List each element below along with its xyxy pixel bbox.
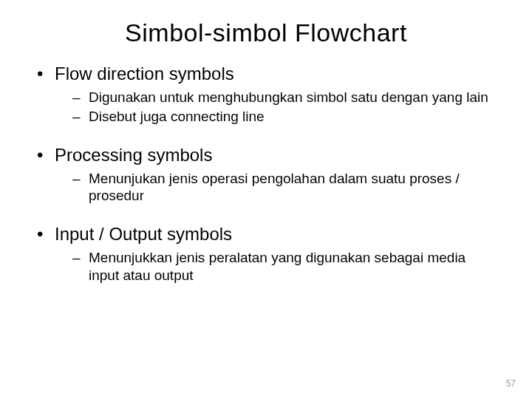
bullet-processing: Processing symbols <box>37 145 495 166</box>
spacer <box>37 127 495 145</box>
slide-title: Simbol-simbol Flowchart <box>37 18 495 47</box>
bullet-input-output: Input / Output symbols <box>37 224 495 245</box>
sub-bullet: Menunjukan jenis operasi pengolahan dala… <box>37 170 495 205</box>
sub-bullet: Digunakan untuk menghubungkan simbol sat… <box>37 89 495 106</box>
spacer <box>37 206 495 224</box>
bullet-flow-direction: Flow direction symbols <box>37 64 495 84</box>
slide-content: Flow direction symbols Digunakan untuk m… <box>37 64 495 284</box>
sub-bullet: Disebut juga connecting line <box>37 108 495 126</box>
sub-bullet: Menunjukkan jenis peralatan yang digunak… <box>37 249 495 284</box>
page-number: 57 <box>506 378 516 389</box>
